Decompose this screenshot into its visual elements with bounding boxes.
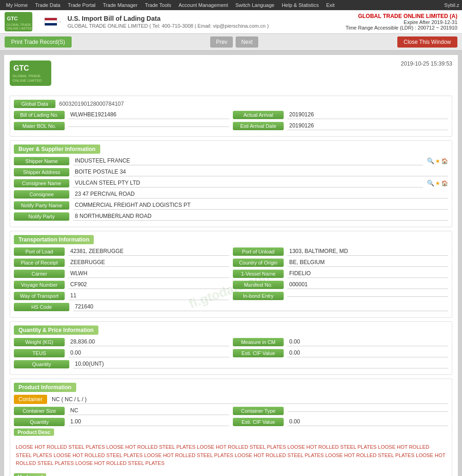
actual-arrival-col: Actual Arrival 20190126 xyxy=(233,110,448,119)
place-of-receipt-value: ZEEBRUGGE xyxy=(68,258,229,267)
record-gto-logo: GTC GLOBAL TRADE ONLINE LIMITED xyxy=(10,60,51,86)
notify-party-row: Notify Party 8 NORTHUMBERLAND ROAD xyxy=(14,212,448,221)
notify-party-label: Notify Party xyxy=(14,212,69,221)
buyer-supplier-label: Buyer & Supplier Information xyxy=(14,145,100,154)
shipper-name-with-icons: INDUSTEEL FRANCE 🔍 ★ 🏠 xyxy=(73,157,448,165)
quantity-price-label: Quantity & Price Information xyxy=(14,325,98,335)
place-of-receipt-col: Place of Receipt ZEEBRUGGE xyxy=(14,258,229,267)
record-header: GTC GLOBAL TRADE ONLINE LIMITED 2019-10-… xyxy=(10,60,452,91)
product-section: Product Information Container NC ( NC / … xyxy=(10,379,452,476)
port-of-unload-col: Port of Unload 1303, BALTIMORE, MD xyxy=(233,247,448,256)
consignee-label: Consignee xyxy=(14,190,69,199)
way-of-transport-label: Way of Transport xyxy=(14,292,65,300)
buyer-supplier-section: Buyer & Supplier Information Shipper Nam… xyxy=(10,140,452,227)
country-of-origin-label: Country of Origin xyxy=(233,259,284,267)
consignee-search-icon[interactable]: 🔍 xyxy=(427,180,434,187)
transportation-header: Transportation Information xyxy=(14,235,448,247)
product-qty-label: Quantity xyxy=(14,418,65,426)
consignee-icons: 🔍 ★ 🏠 xyxy=(425,180,448,187)
carrier-vessel-row: Carrier WLWH 1-Vessel Name FIDELIO xyxy=(14,269,448,278)
bol-col: Bill of Lading No. WLWHBE1921486 xyxy=(14,110,229,119)
teus-col: TEUS 0.00 xyxy=(14,349,229,357)
nav-items: My Home Trade Data Trade Portal Trade Ma… xyxy=(3,1,338,9)
measure-label: Measure in CM xyxy=(233,338,284,346)
prev-button-top[interactable]: Prev xyxy=(210,36,233,48)
flag-separator: - xyxy=(44,18,63,26)
vessel-name-value: FIDELIO xyxy=(287,269,448,278)
container-type-col: Container Type xyxy=(233,406,448,415)
close-button-top[interactable]: Close This Window xyxy=(397,36,457,48)
shipper-search-icon[interactable]: 🔍 xyxy=(427,157,434,164)
nav-trade-manager[interactable]: Trade Manager xyxy=(100,1,141,9)
header-bar: GTC GLOBAL TRADE ONLINE LIMITED - U.S. I… xyxy=(0,10,462,34)
esti-cif-value: 0.00 xyxy=(287,349,448,357)
esti-cif-col: Esti. CIF Value 0.00 xyxy=(233,349,448,357)
container-size-value: NC xyxy=(68,406,229,415)
top-navigation: My Home Trade Data Trade Portal Trade Ma… xyxy=(0,0,462,10)
header-right: GLOBAL TRADE ONLINE LIMITED (A) Expire A… xyxy=(346,13,457,30)
shipper-star-icon[interactable]: ★ xyxy=(435,158,440,164)
svg-text:ONLINE LIMITED: ONLINE LIMITED xyxy=(12,78,42,83)
nav-help-statistics[interactable]: Help & Statistics xyxy=(279,1,322,9)
us-flag xyxy=(44,18,57,26)
consignee-name-row: Consignee Name VULCAN STEEL PTY LTD 🔍 ★ … xyxy=(14,179,448,187)
quantity-row: Quantity 10.00(UNT) xyxy=(14,360,448,368)
inbond-entry-col: In-bond Entry xyxy=(233,291,448,300)
manifest-no-value: 000001 xyxy=(287,280,448,289)
nav-trade-tools[interactable]: Trade Tools xyxy=(142,1,175,9)
hs-code-row: HS Code 721640 xyxy=(14,302,448,311)
container-value: NC ( NC / L / ) xyxy=(50,395,448,404)
nav-switch-language[interactable]: Switch Language xyxy=(232,1,278,9)
consignee-value: 23 47 PERCIVAL ROAD xyxy=(73,190,448,199)
shipper-address-row: Shipper Address BOITE POSTALE 34 xyxy=(14,168,448,176)
way-of-transport-value: 11 xyxy=(68,291,229,300)
master-bol-value xyxy=(68,125,229,127)
consignee-home-icon[interactable]: 🏠 xyxy=(441,180,448,187)
weight-label: Weight (KG) xyxy=(14,338,65,346)
nav-account-management[interactable]: Account Management xyxy=(176,1,231,9)
quantity-label: Quantity xyxy=(14,360,69,368)
global-data-value: 600320190128000784107 xyxy=(59,101,124,107)
bol-value: WLWHBE1921486 xyxy=(68,110,229,119)
place-of-receipt-label: Place of Receipt xyxy=(14,259,65,267)
next-button-top[interactable]: Next xyxy=(236,36,258,48)
svg-text:GTC: GTC xyxy=(13,64,29,72)
nav-trade-data[interactable]: Trade Data xyxy=(32,1,64,9)
nav-exit[interactable]: Exit xyxy=(323,1,338,9)
gto-logo: GTC GLOBAL TRADE ONLINE LIMITED xyxy=(5,12,32,31)
esti-arrival-label: Esti Arrival Date xyxy=(233,122,284,130)
company-name: GLOBAL TRADE ONLINE LIMITED (A) xyxy=(346,13,457,19)
manifest-no-label: Manifest No. xyxy=(233,281,284,289)
teus-cif-row: TEUS 0.00 Esti. CIF Value 0.00 xyxy=(14,349,448,357)
nav-my-home[interactable]: My Home xyxy=(3,1,31,9)
port-of-unload-value: 1303, BALTIMORE, MD xyxy=(287,247,448,256)
expire-info: Expire After 2019-12-31 xyxy=(346,19,457,25)
record-timestamp: 2019-10-25 15:39:53 xyxy=(401,60,452,67)
actual-arrival-value: 20190126 xyxy=(287,110,448,119)
shipper-home-icon[interactable]: 🏠 xyxy=(441,158,448,164)
esti-arrival-col: Esti Arrival Date 20190126 xyxy=(233,121,448,130)
svg-text:GLOBAL TRADE: GLOBAL TRADE xyxy=(6,23,31,26)
print-button-top[interactable]: Print Trade Record(S) xyxy=(5,36,72,48)
nav-trade-portal[interactable]: Trade Portal xyxy=(65,1,99,9)
product-qty-col: Quantity 1.00 xyxy=(14,417,229,426)
consignee-name-value: VULCAN STEEL PTY LTD xyxy=(73,179,423,187)
quantity-price-section: Quantity & Price Information Weight (KG)… xyxy=(10,321,452,375)
voyage-manifest-row: Voyage Number CF902 Manifest No. 000001 xyxy=(14,280,448,289)
consignee-name-with-icons: VULCAN STEEL PTY LTD 🔍 ★ 🏠 xyxy=(73,179,448,187)
notify-party-value: 8 NORTHUMBERLAND ROAD xyxy=(73,212,448,221)
logo-area: GTC GLOBAL TRADE ONLINE LIMITED xyxy=(5,12,32,31)
actual-arrival-label: Actual Arrival xyxy=(233,111,284,119)
svg-text:GTC: GTC xyxy=(7,16,18,21)
shipper-name-label: Shipper Name xyxy=(14,157,69,165)
svg-text:GLOBAL TRADE: GLOBAL TRADE xyxy=(12,74,41,78)
transportation-label: Transportation Information xyxy=(14,235,94,244)
teus-label: TEUS xyxy=(14,349,65,357)
carrier-value: WLWH xyxy=(68,269,229,278)
master-bol-label: Mater BOL No. xyxy=(14,122,65,130)
main-content: GTC GLOBAL TRADE ONLINE LIMITED 2019-10-… xyxy=(4,54,458,476)
way-of-transport-col: Way of Transport 11 xyxy=(14,291,229,300)
country-of-origin-value: BE, BELGIUM xyxy=(287,258,448,267)
quantity-value: 10.00(UNT) xyxy=(73,360,448,368)
consignee-star-icon[interactable]: ★ xyxy=(435,180,440,187)
